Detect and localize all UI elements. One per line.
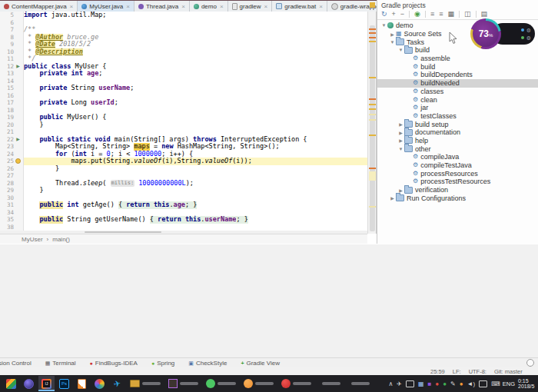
tree-item-build[interactable]: ⚙build xyxy=(377,62,538,71)
editor-tab[interactable]: gradlew× xyxy=(228,1,273,12)
tree-item-jar[interactable]: ⚙jar xyxy=(377,104,538,112)
editor-gutter[interactable]: 16 xyxy=(0,92,24,100)
toolwindow-button-findbugs-idea[interactable]: ●FindBugs-IDEA xyxy=(90,360,138,367)
tab-close-icon[interactable]: × xyxy=(70,3,74,10)
run-icon[interactable]: ▶ xyxy=(16,137,20,141)
code-line[interactable]: 38 xyxy=(0,224,367,231)
toolwindow-button-gradle-view[interactable]: +Gradle View xyxy=(241,360,280,367)
tree-item-compiletestjava[interactable]: ⚙compileTestJava xyxy=(377,161,538,170)
caret-position[interactable]: 25:59 xyxy=(430,368,445,375)
tree-arrow-icon[interactable]: ▼ xyxy=(397,48,404,52)
code-line[interactable]: 35 public String getUserName() { return … xyxy=(0,216,367,224)
editor-tab[interactable]: MyUser.java× xyxy=(78,1,134,12)
code-text[interactable]: * @Description xyxy=(24,48,367,56)
editor-gutter[interactable]: 19 xyxy=(0,114,24,121)
toolwindow-button-spring[interactable]: ●Spring xyxy=(151,360,174,367)
code-editor[interactable]: 5import java.util.Map;67/**8 * @Author b… xyxy=(0,12,367,231)
editor-gutter[interactable]: 10 xyxy=(0,48,24,56)
code-text[interactable]: private String userName; xyxy=(24,85,367,92)
taskbar-app-photoshop[interactable] xyxy=(56,376,72,391)
editor-gutter[interactable]: 12▶ xyxy=(0,63,24,71)
tab-close-icon[interactable]: × xyxy=(319,3,323,10)
taskbar-app-red-ball-app[interactable] xyxy=(278,376,314,391)
notification-icon[interactable] xyxy=(526,359,534,367)
orange-dot-icon[interactable]: ● xyxy=(460,380,463,387)
taskbar-app-orange-doc-app[interactable] xyxy=(74,376,90,391)
volume-icon[interactable]: ◄) xyxy=(467,380,476,387)
editor-gutter[interactable]: 5 xyxy=(0,12,24,19)
taskbar-app-colorful-app[interactable] xyxy=(3,376,19,391)
tree-item-buildneeded[interactable]: ⚙buildNeeded xyxy=(377,79,538,88)
editor-gutter[interactable]: 20 xyxy=(0,121,24,129)
code-line[interactable]: 17 private Long userId; xyxy=(0,99,367,107)
taskbar-clock[interactable]: 0:15 2018/5 xyxy=(518,378,538,390)
grid-icon[interactable]: ▦ xyxy=(418,380,424,387)
toolwindow-button-version-control[interactable]: Version Control xyxy=(0,360,32,367)
code-text[interactable] xyxy=(24,224,367,231)
code-text[interactable]: public int getAge() { return this.age; } xyxy=(24,201,367,209)
taskbar-app-purple-frame-app[interactable] xyxy=(165,376,201,391)
breadcrumb-method[interactable]: main() xyxy=(52,236,70,243)
keyboard-icon[interactable]: ⌨ xyxy=(491,380,500,387)
encoding[interactable]: UTF-8: xyxy=(469,368,487,375)
tree-item-other[interactable]: ▼other xyxy=(377,145,538,153)
tree-arrow-icon[interactable]: ▶ xyxy=(389,32,396,37)
code-line[interactable]: 29 } xyxy=(0,187,367,194)
tree-item-build[interactable]: ▼build xyxy=(377,46,538,55)
editor-gutter[interactable]: 9 xyxy=(0,41,24,48)
editor-gutter[interactable]: 18 xyxy=(0,107,24,115)
tree-item-help[interactable]: ▶help xyxy=(377,137,538,145)
toolwindow-button-checkstyle[interactable]: ▣CheckStyle xyxy=(188,360,227,367)
code-line[interactable]: 6 xyxy=(0,19,367,27)
tab-close-icon[interactable]: × xyxy=(181,3,185,10)
gear-icon[interactable]: ⚙ xyxy=(526,35,531,41)
error-stripe-scrollbar[interactable] xyxy=(367,12,377,234)
red-dot-icon[interactable]: ● xyxy=(435,380,439,387)
code-line[interactable]: 28 Thread.sleep( millis: 10000000000L); xyxy=(0,180,367,188)
editor-gutter[interactable]: 27 xyxy=(0,172,24,180)
tape-icon[interactable] xyxy=(479,380,487,387)
editor-gutter[interactable]: 8 xyxy=(0,34,24,42)
tree-item-verification[interactable]: ▶verification xyxy=(377,186,538,194)
code-line[interactable]: 15 private String userName; xyxy=(0,85,367,92)
editor-tab[interactable]: gradlew.bat× xyxy=(272,1,327,12)
editor-tab[interactable]: Thread.java× xyxy=(134,1,190,12)
taskbar-app-wechat[interactable] xyxy=(203,376,239,391)
git-branch[interactable]: Git: master xyxy=(494,368,523,375)
code-text[interactable]: Thread.sleep( millis: 10000000000L); xyxy=(24,180,367,188)
code-text[interactable]: public MyUser() { xyxy=(24,114,367,121)
editor-tab[interactable]: demo× xyxy=(190,1,228,12)
code-line[interactable]: 31 public int getAge() { return this.age… xyxy=(0,201,367,209)
editor-gutter[interactable]: 14 xyxy=(0,78,24,85)
code-text[interactable]: } xyxy=(24,187,367,194)
taskbar-app-telegram[interactable]: ✈ xyxy=(109,376,125,391)
tree-item-build-setup[interactable]: ▶build setup xyxy=(377,120,538,128)
editor-gutter[interactable]: 21 xyxy=(0,128,24,136)
tab-close-icon[interactable]: × xyxy=(126,3,130,10)
code-line[interactable]: 5import java.util.Map; xyxy=(0,12,367,19)
chevron-up-icon[interactable]: ∧ xyxy=(388,380,393,387)
editor-gutter[interactable]: 38 xyxy=(0,224,24,231)
toolwindow-button-terminal[interactable]: ▦Terminal xyxy=(45,360,76,367)
taskbar-app-round-purple-app[interactable] xyxy=(21,376,37,391)
run-icon[interactable]: ▶ xyxy=(16,64,20,68)
group-icon[interactable]: ▦ xyxy=(447,11,454,18)
execute-icon[interactable]: ◉ xyxy=(414,11,420,18)
detach-icon[interactable]: ◫ xyxy=(464,11,471,18)
code-text[interactable] xyxy=(24,19,367,27)
taskbar-app-paint-app[interactable] xyxy=(91,376,108,391)
tree-item-documentation[interactable]: ▶documentation xyxy=(377,128,538,137)
tab-close-icon[interactable]: × xyxy=(264,3,268,10)
gear-icon[interactable]: ⚙ xyxy=(526,28,531,33)
settings-icon[interactable]: ▤ xyxy=(481,11,488,18)
recorder-progress-badge[interactable]: 73% xyxy=(470,18,501,49)
monitor-icon[interactable] xyxy=(406,380,414,387)
tree-arrow-icon[interactable]: ▶ xyxy=(397,188,404,193)
tree-arrow-icon[interactable]: ▼ xyxy=(389,40,396,45)
editor-gutter[interactable]: 25 xyxy=(0,158,24,165)
collapse-all-icon[interactable]: ≡ xyxy=(439,11,443,18)
tree-arrow-icon[interactable]: ▼ xyxy=(397,147,404,151)
tree-arrow-icon[interactable]: ▶ xyxy=(397,138,404,143)
tree-item-builddependents[interactable]: ⚙buildDependents xyxy=(377,71,538,79)
editor-gutter[interactable]: 28 xyxy=(0,180,24,188)
